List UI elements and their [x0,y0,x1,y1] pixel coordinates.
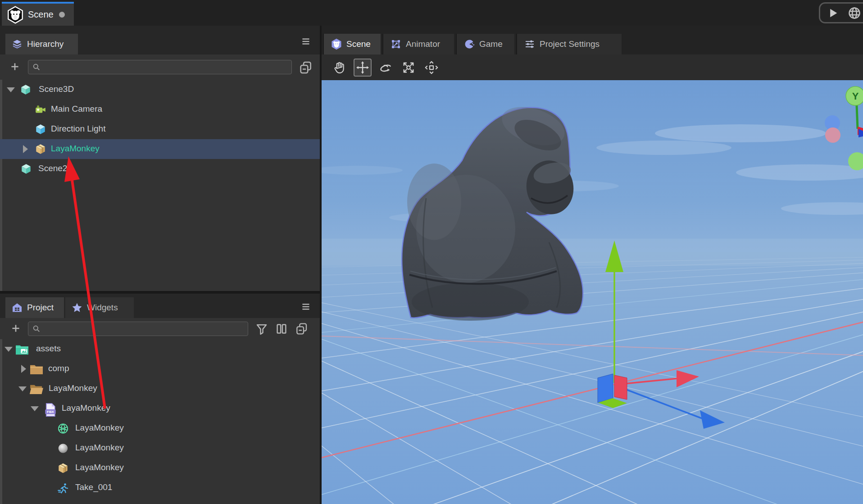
ground-plane [322,252,863,504]
hierarchy-search-field[interactable] [44,62,291,72]
tab-animator[interactable]: Animator [382,34,454,54]
tab-game[interactable]: Game [456,34,514,54]
tab-project-settings[interactable]: Project Settings [516,34,622,54]
animator-icon [391,39,401,50]
expander-down-icon[interactable] [7,87,15,92]
run-controls-group [819,2,863,23]
viewport-canvas: Y [322,80,863,504]
scene2d-cube-icon [20,163,32,175]
rotate-tool[interactable] [377,59,394,76]
project-search-field[interactable] [44,324,248,334]
hierarchy-menu-button[interactable] [300,36,312,47]
add-node-button[interactable] [9,61,21,73]
gizmo-plane-handle-red[interactable] [614,375,627,400]
prefab-box-icon [57,462,69,474]
scene3d-cube-icon [20,84,32,95]
project-panel-header: Project Widgets [0,294,320,318]
move-tool[interactable] [354,59,371,76]
star-icon [72,302,82,313]
hierarchy-panel: Hierarchy [0,26,320,291]
filter-funnel-icon[interactable] [255,322,268,336]
project-item-layamonkey-fbx[interactable]: FBX LayaMonkey [0,399,320,418]
hierarchy-tree: Scene3D Main Camera [0,80,320,291]
hierarchy-item-scene3d[interactable]: Scene3D [0,80,320,100]
expander-right-icon[interactable] [23,145,28,153]
tree-item-label: LayaMonkey [75,463,124,472]
play-button[interactable] [827,7,839,19]
tree-item-label: comp [48,363,69,373]
project-item-take001[interactable]: Take_001 [0,478,320,498]
tab-scene[interactable]: Scene [323,34,381,54]
tree-item-label: LayaMonkey [75,423,124,433]
scene-area: Scene Animator [322,26,863,504]
tab-hierarchy-label: Hierarchy [27,39,64,49]
tab-scene-label: Scene [346,39,371,49]
project-item-layamonkey-material[interactable]: LayaMonkey [0,438,320,458]
document-tab-scene[interactable]: Scene [2,2,74,26]
house-icon [12,302,23,313]
hierarchy-panel-header: Hierarchy [0,26,320,54]
pan-hand-tool[interactable] [332,59,348,76]
expander-right-icon[interactable] [21,365,26,373]
search-icon [32,324,41,333]
collapse-all-icon[interactable] [295,322,309,336]
tab-hierarchy[interactable]: Hierarchy [5,34,78,54]
tree-item-label: Scene3D [39,84,74,94]
search-icon [32,63,41,72]
project-search-input[interactable] [28,322,248,336]
unsaved-indicator-dot [59,12,65,18]
prefab-box-icon [35,143,46,155]
gizmo-plane-handle-blue[interactable] [598,374,613,403]
project-menu-button[interactable] [300,301,312,313]
direction-light-icon [35,123,46,135]
project-item-layamonkey-folder[interactable]: LayaMonkey [0,379,320,399]
expander-down-icon[interactable] [5,347,13,352]
hierarchy-item-direction-light[interactable]: Direction Light [0,119,320,139]
tab-project[interactable]: Project [5,297,64,318]
open-folder-icon [29,383,44,395]
monkey-hexagon-icon [331,38,342,50]
project-item-partial[interactable] [0,498,320,504]
hierarchy-item-scene2d[interactable]: Scene2D [0,159,320,179]
project-item-layamonkey-model[interactable]: LayaMonkey [0,458,320,478]
tree-item-label: LayaMonkey [49,383,97,393]
svg-text:FBX: FBX [47,410,54,414]
globe-button[interactable] [847,6,862,20]
project-item-comp[interactable]: comp [0,359,320,379]
collapse-all-icon[interactable] [298,60,313,75]
columns-view-icon[interactable] [275,322,288,336]
tab-project-label: Project [27,303,54,313]
project-item-layamonkey-mesh[interactable]: LayaMonkey [0,418,320,438]
tab-game-label: Game [479,39,503,49]
tree-item-label: Take_001 [75,482,112,492]
document-tab-label: Scene [28,9,54,20]
hierarchy-item-layamonkey[interactable]: LayaMonkey [0,139,320,159]
hierarchy-item-main-camera[interactable]: Main Camera [0,100,320,119]
material-sphere-icon [57,442,69,454]
tree-item-label: LayaMonkey [75,443,124,453]
tree-item-label: Main Camera [51,104,102,114]
expander-down-icon[interactable] [18,386,27,391]
tree-item-label: Direction Light [51,124,105,134]
expander-down-icon[interactable] [31,406,39,411]
project-tree: assets comp [0,339,320,504]
rect-gizmo-tool[interactable] [423,59,440,76]
project-item-assets[interactable]: assets [0,339,320,359]
camera-icon [35,104,46,115]
viewport-3d[interactable]: Y [322,80,863,504]
fbx-file-icon: FBX [44,403,57,414]
add-asset-button[interactable] [10,322,22,334]
folder-icon [29,363,44,375]
tab-animator-label: Animator [406,39,440,49]
tab-widgets[interactable]: Widgets [65,297,134,318]
tree-item-label: LayaMonkey [62,403,110,413]
scale-extents-tool[interactable] [400,59,417,76]
hierarchy-search-row [0,54,320,80]
game-pacman-icon [464,39,475,50]
tab-project-settings-label: Project Settings [540,39,600,49]
hierarchy-search-input[interactable] [28,60,292,74]
top-bar: Scene [0,0,863,26]
mesh-icon [57,422,69,434]
orientation-pink-handle[interactable] [825,127,840,143]
folder-icon [38,502,50,504]
